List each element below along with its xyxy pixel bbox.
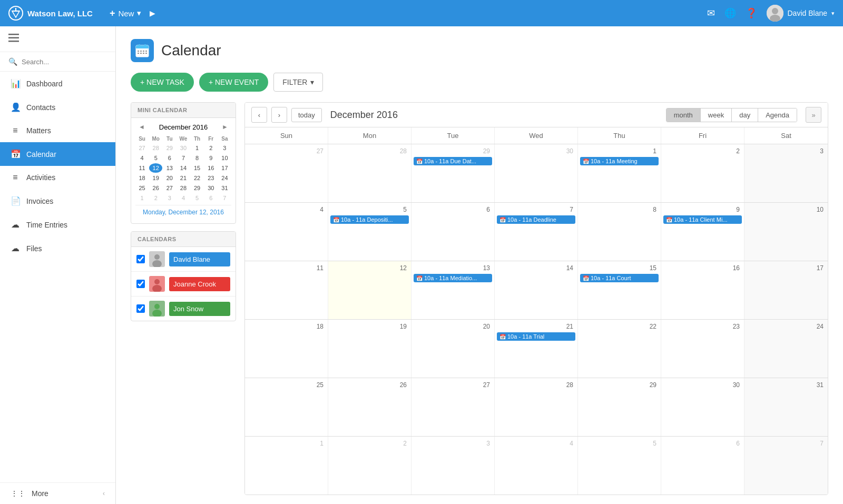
view-agenda-btn[interactable]: Agenda <box>758 108 797 122</box>
cal-cell[interactable]: 2 <box>661 144 744 202</box>
mini-day[interactable]: 3 <box>163 193 176 203</box>
mini-day[interactable]: 30 <box>204 183 218 193</box>
cal-event[interactable]: 📅10a - 11a Deadline <box>497 215 575 224</box>
cal-cell[interactable]: 27 <box>245 144 328 202</box>
cal-cell[interactable]: 5 📅10a - 11a Depositi... <box>328 203 411 261</box>
cal-cell-today[interactable]: 12 <box>328 261 411 319</box>
cal-cell[interactable]: 6 <box>661 437 744 495</box>
mini-day[interactable]: 7 <box>177 153 190 163</box>
cal-cell[interactable]: 20 <box>411 320 495 378</box>
cal-cell[interactable]: 17 <box>744 261 828 319</box>
mini-day[interactable]: 10 <box>218 153 231 163</box>
calendar-check-joanne[interactable] <box>136 280 145 288</box>
sidebar-item-matters[interactable]: ≡ Matters <box>0 119 115 142</box>
cal-cell[interactable]: 3 <box>411 437 495 495</box>
cal-cell[interactable]: 29 📅10a - 11a Due Dat... <box>411 144 495 202</box>
mini-day[interactable]: 6 <box>204 193 218 203</box>
calendar-check-david[interactable] <box>136 255 145 263</box>
sidebar-item-dashboard[interactable]: 📊 Dashboard <box>0 72 115 95</box>
cal-next-btn[interactable]: › <box>271 107 287 123</box>
cal-cell[interactable]: 4 <box>495 437 578 495</box>
cal-cell[interactable]: 2 <box>328 437 411 495</box>
mini-day[interactable]: 5 <box>149 153 162 163</box>
mini-day[interactable]: 1 <box>191 143 204 153</box>
mini-day[interactable]: 3 <box>218 143 231 153</box>
cal-cell[interactable]: 25 <box>245 378 328 436</box>
mail-icon[interactable]: ✉ <box>707 7 715 19</box>
cal-event[interactable]: 📅10a - 11a Court <box>580 274 659 282</box>
cal-event[interactable]: 📅10a - 11a Mediatio... <box>414 274 492 282</box>
cal-cell[interactable]: 1 <box>245 437 328 495</box>
cal-cell[interactable]: 28 <box>328 144 411 202</box>
mini-day[interactable]: 29 <box>163 143 176 153</box>
cal-cell[interactable]: 5 <box>578 437 661 495</box>
globe-icon[interactable]: 🌐 <box>724 7 736 19</box>
cal-cell[interactable]: 16 <box>661 261 744 319</box>
mini-day[interactable]: 2 <box>149 193 162 203</box>
cal-event[interactable]: 📅10a - 11a Trial <box>497 332 575 341</box>
mini-day[interactable]: 24 <box>218 173 231 183</box>
cal-cell[interactable]: 22 <box>578 320 661 378</box>
view-day-btn[interactable]: day <box>732 108 758 122</box>
play-button[interactable]: ▶ <box>150 9 155 17</box>
cal-cell[interactable]: 23 <box>661 320 744 378</box>
mini-day[interactable]: 27 <box>163 183 176 193</box>
cal-event[interactable]: 📅10a - 11a Client Mi... <box>663 215 742 224</box>
mini-day[interactable]: 30 <box>177 143 190 153</box>
cal-event[interactable]: 📅10a - 11a Depositi... <box>330 215 409 224</box>
mini-day[interactable]: 26 <box>149 183 162 193</box>
mini-day[interactable]: 22 <box>191 173 204 183</box>
mini-day[interactable]: 29 <box>191 183 204 193</box>
cal-cell[interactable]: 28 <box>495 378 578 436</box>
new-task-button[interactable]: + NEW TASK <box>131 73 194 92</box>
cal-cell[interactable]: 19 <box>328 320 411 378</box>
cal-event[interactable]: 📅10a - 11a Meeting <box>580 157 659 165</box>
sidebar-item-time-entries[interactable]: ☁ Time Entries <box>0 213 115 236</box>
mini-day[interactable]: 1 <box>135 193 149 203</box>
mini-day[interactable]: 5 <box>191 193 204 203</box>
cal-cell[interactable]: 6 <box>411 203 495 261</box>
cal-cell[interactable]: 7 📅10a - 11a Deadline <box>495 203 578 261</box>
mini-day[interactable]: 28 <box>149 143 162 153</box>
mini-day[interactable]: 27 <box>135 143 149 153</box>
mini-day[interactable]: 20 <box>163 173 176 183</box>
mini-day[interactable]: 4 <box>177 193 190 203</box>
mini-day[interactable]: 2 <box>204 143 218 153</box>
help-icon[interactable]: ❓ <box>746 7 757 19</box>
cal-cell[interactable]: 30 <box>495 144 578 202</box>
cal-cell[interactable]: 10 <box>744 203 828 261</box>
cal-cell[interactable]: 15 📅10a - 11a Court <box>578 261 661 319</box>
mini-today-link[interactable]: Monday, December 12, 2016 <box>135 205 231 219</box>
cal-collapse-btn[interactable]: » <box>806 107 821 123</box>
mini-day[interactable]: 28 <box>177 183 190 193</box>
mini-day[interactable]: 18 <box>135 173 149 183</box>
mini-day[interactable]: 13 <box>163 163 176 173</box>
mini-day[interactable]: 31 <box>218 183 231 193</box>
sidebar-item-activities[interactable]: ≡ Activities <box>0 166 115 189</box>
mini-next-btn[interactable]: ► <box>219 122 231 132</box>
cal-cell[interactable]: 7 <box>744 437 828 495</box>
mini-day[interactable]: 6 <box>163 153 176 163</box>
cal-cell[interactable]: 18 <box>245 320 328 378</box>
cal-cell[interactable]: 11 <box>245 261 328 319</box>
sidebar-item-contacts[interactable]: 👤 Contacts <box>0 95 115 119</box>
calendar-check-jon[interactable] <box>136 304 145 313</box>
mini-day-today[interactable]: 12 <box>149 163 162 173</box>
mini-day[interactable]: 9 <box>204 153 218 163</box>
cal-cell[interactable]: 21 📅10a - 11a Trial <box>495 320 578 378</box>
cal-event[interactable]: 📅10a - 11a Due Dat... <box>414 157 492 165</box>
cal-cell[interactable]: 8 <box>578 203 661 261</box>
cal-cell[interactable]: 14 <box>495 261 578 319</box>
mini-day[interactable]: 16 <box>204 163 218 173</box>
cal-cell[interactable]: 26 <box>328 378 411 436</box>
mini-day[interactable]: 25 <box>135 183 149 193</box>
filter-button[interactable]: FILTER ▾ <box>273 73 323 92</box>
sidebar-collapse-arrow[interactable]: ‹ <box>103 490 105 497</box>
search-input[interactable] <box>22 58 107 66</box>
cal-cell[interactable]: 29 <box>578 378 661 436</box>
mini-day[interactable]: 4 <box>135 153 149 163</box>
cal-cell[interactable]: 3 <box>744 144 828 202</box>
sidebar-item-files[interactable]: ☁ Files <box>0 236 115 260</box>
cal-cell[interactable]: 13 📅10a - 11a Mediatio... <box>411 261 495 319</box>
cal-prev-btn[interactable]: ‹ <box>251 107 267 123</box>
